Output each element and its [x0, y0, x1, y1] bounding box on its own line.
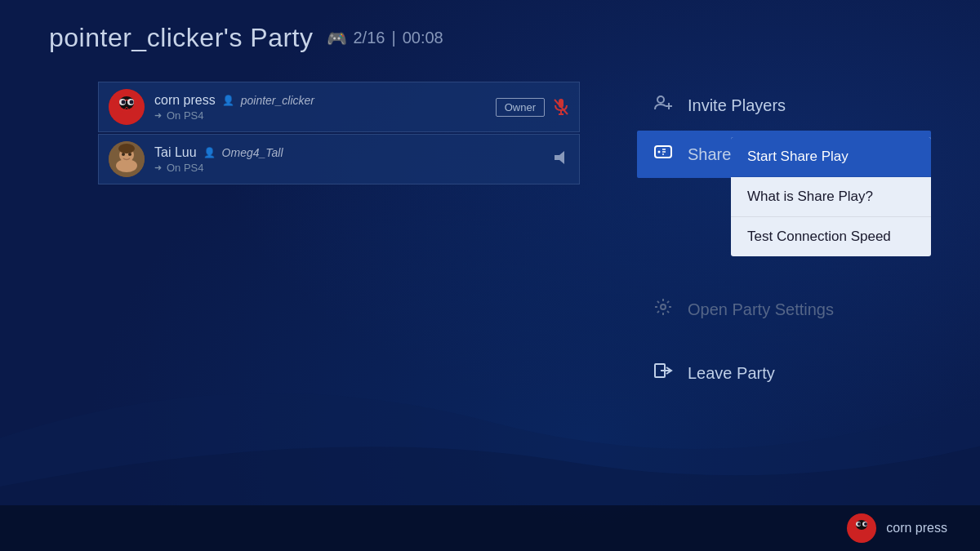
shareplay-icon	[652, 142, 675, 167]
member-display-name: corn press	[154, 93, 216, 108]
speaker-icon	[553, 149, 569, 170]
member-info: corn press 👤 pointer_clicker ➜ On PS4	[154, 93, 486, 122]
mic-muted-icon	[553, 98, 569, 116]
member-badges	[553, 149, 569, 170]
svg-marker-16	[555, 151, 564, 164]
menu-label-party-settings: Open Party Settings	[688, 300, 834, 319]
member-list: corn press 👤 pointer_clicker ➜ On PS4 Ow…	[98, 82, 580, 184]
menu-label-leave-party: Leave Party	[688, 364, 775, 383]
member-platform-row: ➜ On PS4	[154, 162, 543, 174]
platform-icon: ➜	[154, 110, 162, 121]
avatar	[109, 89, 145, 125]
submenu-item-test-connection[interactable]: Test Connection Speed	[731, 217, 931, 256]
bottom-bar: corn press	[0, 505, 980, 551]
member-psn-username: Omeg4_Tall	[222, 146, 283, 159]
member-badges: Owner	[496, 98, 569, 117]
menu-spacer	[637, 335, 931, 348]
member-display-name: Tai Luu	[154, 145, 197, 160]
party-header: pointer_clicker's Party 🎮 2/16 | 00:08	[49, 23, 443, 53]
submenu-label-start: Start Share Play	[747, 149, 849, 164]
psn-icon: 👤	[203, 147, 216, 158]
bottom-username: corn press	[886, 521, 947, 535]
member-platform: On PS4	[167, 109, 204, 122]
svg-point-22	[661, 304, 666, 309]
member-platform: On PS4	[167, 162, 204, 174]
svg-point-15	[118, 144, 135, 153]
member-name-row: corn press 👤 pointer_clicker	[154, 93, 486, 108]
submenu-label-what-is: What is Share Play?	[747, 189, 873, 204]
shareplay-submenu: Start Share Play What is Share Play? Tes…	[731, 137, 931, 256]
avatar	[109, 141, 145, 177]
submenu-label-test-connection: Test Connection Speed	[747, 229, 891, 244]
bottom-user-avatar	[847, 513, 876, 543]
settings-icon	[652, 297, 675, 322]
svg-point-4	[122, 100, 126, 104]
invite-icon	[652, 93, 675, 118]
meta-separator: |	[391, 29, 395, 47]
menu-item-leave-party[interactable]: Leave Party	[637, 349, 931, 397]
menu-label-invite: Invite Players	[688, 96, 786, 115]
member-platform-row: ➜ On PS4	[154, 109, 486, 122]
psn-icon: 👤	[222, 95, 234, 106]
owner-badge: Owner	[496, 98, 545, 117]
submenu-item-start-shareplay[interactable]: Start Share Play	[731, 137, 931, 177]
member-row[interactable]: corn press 👤 pointer_clicker ➜ On PS4 Ow…	[98, 82, 580, 132]
svg-point-12	[116, 159, 137, 172]
member-row[interactable]: Tai Luu 👤 Omeg4_Tall ➜ On PS4	[98, 134, 580, 184]
platform-icon: ➜	[154, 162, 162, 173]
member-count: 2/16	[354, 29, 385, 47]
leave-icon	[652, 361, 675, 385]
menu-item-invite[interactable]: Invite Players	[637, 82, 931, 129]
svg-point-5	[130, 100, 134, 104]
member-name-row: Tai Luu 👤 Omeg4_Tall	[154, 145, 543, 160]
svg-point-30	[864, 522, 867, 526]
party-meta: 🎮 2/16 | 00:08	[327, 29, 443, 48]
member-info: Tai Luu 👤 Omeg4_Tall ➜ On PS4	[154, 145, 543, 174]
menu-item-party-settings: Open Party Settings	[637, 286, 931, 333]
member-psn-username: pointer_clicker	[241, 94, 314, 107]
svg-point-29	[858, 522, 861, 526]
party-icon: 🎮	[327, 29, 347, 48]
party-title: pointer_clicker's Party	[49, 23, 314, 53]
svg-point-21	[658, 151, 661, 153]
submenu-item-what-is-shareplay[interactable]: What is Share Play?	[731, 177, 931, 217]
party-timer: 00:08	[403, 29, 443, 47]
svg-point-17	[657, 96, 664, 103]
